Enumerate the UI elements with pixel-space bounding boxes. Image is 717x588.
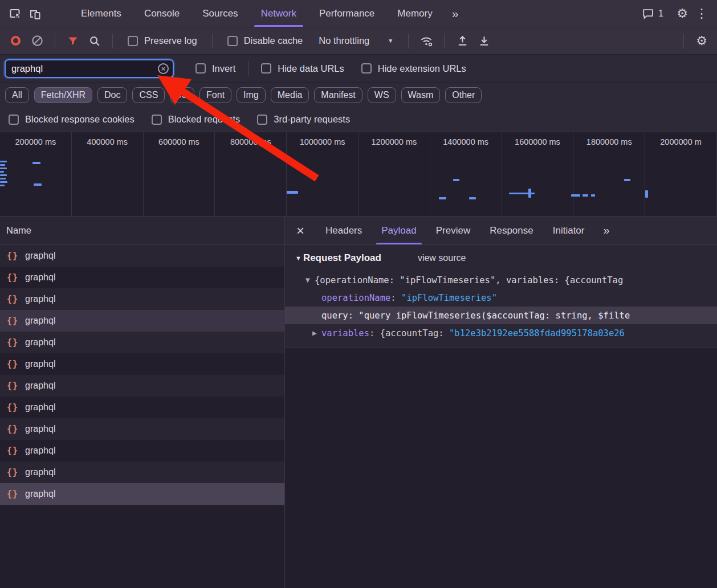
request-row[interactable]: {}graphql	[0, 375, 284, 397]
tab-elements[interactable]: Elements	[70, 0, 133, 27]
preserve-log-checkbox[interactable]: Preserve log	[128, 35, 197, 46]
json-braces-icon: {}	[7, 294, 18, 304]
invert-checkbox[interactable]: Invert	[195, 63, 235, 74]
divider	[248, 61, 248, 76]
timeline-bar	[469, 197, 476, 199]
filter-toggle-icon[interactable]	[63, 31, 83, 51]
chip-ws[interactable]: WS	[368, 87, 396, 103]
chip-css[interactable]: CSS	[132, 87, 165, 103]
inspect-element-icon[interactable]	[6, 4, 25, 23]
invert-label: Invert	[212, 63, 235, 74]
devtools-main-toolbar: Elements Console Sources Network Perform…	[0, 0, 717, 27]
console-messages-badge[interactable]: 1	[642, 7, 663, 20]
request-name: graphql	[25, 424, 55, 434]
tab-sources[interactable]: Sources	[191, 0, 249, 27]
expander-closed-icon[interactable]: ▶	[312, 330, 321, 336]
json-braces-icon: {}	[7, 272, 18, 283]
filter-input[interactable]	[5, 59, 174, 78]
chip-img[interactable]: Img	[237, 87, 266, 103]
chip-other[interactable]: Other	[445, 87, 482, 103]
hide-extension-urls-checkbox[interactable]: Hide extension URLs	[361, 63, 466, 74]
tab-memory[interactable]: Memory	[386, 0, 443, 27]
request-row[interactable]: {}graphql	[0, 310, 284, 332]
chip-font[interactable]: Font	[199, 87, 231, 103]
tab-preview[interactable]: Preview	[426, 217, 480, 244]
download-arrow-icon	[478, 34, 491, 47]
third-party-requests-checkbox[interactable]: 3rd-party requests	[257, 114, 350, 125]
chip-wasm[interactable]: Wasm	[401, 87, 441, 103]
request-row[interactable]: {}graphql	[0, 245, 284, 267]
import-har-icon[interactable]	[453, 31, 472, 51]
name-column-header[interactable]: Name	[0, 217, 284, 245]
message-bubble-icon	[642, 7, 654, 20]
network-controls-toolbar: Preserve log Disable cache No throttling…	[0, 27, 717, 55]
request-payload-section-header[interactable]: ▼ Request Payload view source	[285, 245, 717, 271]
request-row[interactable]: {}graphql	[0, 353, 284, 375]
chip-all[interactable]: All	[5, 87, 29, 103]
request-row[interactable]: {}graphql	[0, 418, 284, 440]
more-panels-icon[interactable]: »	[444, 0, 467, 27]
funnel-icon	[67, 35, 79, 47]
export-har-icon[interactable]	[474, 31, 494, 51]
chip-media[interactable]: Media	[271, 87, 309, 103]
tab-network[interactable]: Network	[250, 0, 308, 27]
timeline-bar	[34, 183, 42, 186]
json-object-value: {accountTag:	[380, 328, 449, 338]
close-details-icon[interactable]: ×	[285, 223, 316, 239]
request-row[interactable]: {}graphql	[0, 267, 284, 288]
request-row[interactable]: {}graphql	[0, 462, 284, 483]
request-name: graphql	[25, 294, 55, 304]
clear-filter-icon[interactable]: ×	[158, 63, 169, 74]
timeline-bar	[528, 189, 531, 198]
request-row[interactable]: {}graphql	[0, 332, 284, 353]
json-key: variables	[321, 328, 369, 338]
blocked-response-cookies-checkbox[interactable]: Blocked response cookies	[9, 114, 135, 125]
inspect-cursor-icon	[9, 7, 22, 21]
tab-response[interactable]: Response	[480, 217, 543, 244]
timeline-bar	[0, 181, 7, 183]
hide-data-urls-checkbox[interactable]: Hide data URLs	[261, 63, 344, 74]
request-row[interactable]: {}graphql	[0, 288, 284, 310]
expander-open-icon[interactable]: ▼	[305, 277, 315, 283]
record-network-log-button[interactable]	[6, 31, 25, 51]
payload-row-query[interactable]: query: "query ipFlowTimeseries($accountT…	[285, 307, 717, 324]
network-settings-gear-icon[interactable]: ⚙	[692, 31, 711, 51]
chip-js[interactable]: JS	[170, 87, 194, 103]
json-braces-icon: {}	[7, 381, 18, 391]
clear-network-log-button[interactable]	[27, 31, 47, 51]
tab-payload[interactable]: Payload	[372, 217, 426, 244]
more-details-tabs-icon[interactable]: »	[603, 224, 609, 237]
network-overview-timeline[interactable]: 200000 ms 400000 ms 600000 ms 800000 ms …	[0, 132, 717, 217]
payload-row-operation-name[interactable]: operationName: "ipFlowTimeseries"	[285, 289, 717, 307]
requests-table: Name {}graphql {}graphql {}graphql {}gra…	[0, 217, 285, 588]
timeline-bar	[571, 194, 580, 197]
search-icon[interactable]	[85, 31, 104, 51]
tab-initiator[interactable]: Initiator	[543, 217, 594, 244]
blocked-requests-checkbox[interactable]: Blocked requests	[152, 114, 241, 125]
json-separator: :	[369, 328, 380, 338]
third-party-requests-label: 3rd-party requests	[274, 114, 350, 125]
chip-manifest[interactable]: Manifest	[314, 87, 362, 103]
request-row[interactable]: {}graphql	[0, 397, 284, 418]
json-string-value: "query ipFlowTimeseries($accountTag: str…	[358, 311, 630, 321]
tab-performance[interactable]: Performance	[308, 0, 386, 27]
timeline-bar	[0, 164, 5, 166]
preserve-log-label: Preserve log	[144, 35, 197, 46]
tab-headers[interactable]: Headers	[316, 217, 372, 244]
wifi-icon	[419, 34, 433, 48]
settings-gear-icon[interactable]: ⚙	[673, 4, 692, 23]
chip-fetch-xhr[interactable]: Fetch/XHR	[34, 87, 92, 103]
payload-row-variables[interactable]: ▶ variables: {accountTag: "b12e3b2192ee5…	[285, 324, 717, 342]
throttling-select[interactable]: No throttling ▼	[319, 35, 393, 46]
tab-console[interactable]: Console	[133, 0, 191, 27]
disable-cache-checkbox[interactable]: Disable cache	[227, 35, 303, 46]
payload-preview-row[interactable]: ▼ {operationName: "ipFlowTimeseries", va…	[285, 271, 717, 289]
chip-doc[interactable]: Doc	[97, 87, 127, 103]
request-row-selected[interactable]: {}graphql	[0, 483, 284, 505]
request-row[interactable]: {}graphql	[0, 440, 284, 462]
device-toolbar-icon[interactable]	[25, 4, 44, 23]
json-braces-icon: {}	[7, 467, 18, 477]
kebab-menu-icon[interactable]: ⋮	[692, 4, 711, 23]
view-source-link[interactable]: view source	[418, 253, 466, 263]
network-conditions-icon[interactable]	[417, 31, 436, 51]
